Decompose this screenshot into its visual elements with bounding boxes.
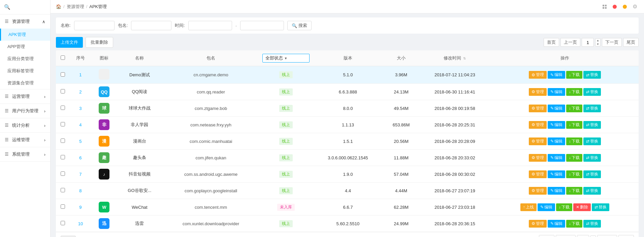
action-download-button[interactable]: ↓下载: [566, 137, 582, 145]
sidebar-item-app-tag[interactable]: 应用标签管理: [0, 65, 50, 77]
action-edit-button[interactable]: ✎编辑: [548, 121, 565, 129]
action-manage-button[interactable]: ⚙管理: [529, 105, 547, 112]
sidebar-item-app-category[interactable]: 应用分类管理: [0, 53, 50, 65]
sidebar-search[interactable]: 🔍: [0, 0, 50, 14]
row-checkbox[interactable]: [61, 122, 65, 126]
page-number-input-top[interactable]: [582, 38, 594, 47]
th-status[interactable]: 全部状态 ▼: [260, 50, 312, 66]
action-edit-button[interactable]: ✎编辑: [548, 187, 565, 195]
name-input[interactable]: [74, 21, 115, 30]
action-download-button[interactable]: ↓下载: [566, 105, 582, 112]
sort-icon[interactable]: ⇅: [463, 56, 466, 60]
action-online-button[interactable]: ↑上线: [520, 203, 537, 211]
sidebar-group-stats-title[interactable]: ☰ 统计分析 ›: [0, 118, 50, 132]
action-manage-button[interactable]: ⚙管理: [529, 71, 547, 79]
action-manage-button[interactable]: ⚙管理: [529, 121, 547, 129]
action-download-button[interactable]: ↓下载: [556, 203, 572, 211]
action-manage-button[interactable]: ⚙管理: [529, 88, 547, 96]
page-number-input-bottom[interactable]: [577, 235, 589, 237]
action-replace-button[interactable]: ⇄替换: [583, 71, 601, 79]
upload-button[interactable]: 上传文件: [56, 37, 83, 48]
action-replace-button[interactable]: ⇄替换: [583, 121, 601, 129]
row-icon: G: [92, 183, 117, 199]
action-edit-button[interactable]: ✎编辑: [548, 154, 565, 162]
sidebar-item-resource-set[interactable]: 资源集合管理: [0, 77, 50, 89]
action-manage-button[interactable]: ⚙管理: [529, 137, 547, 145]
action-replace-button[interactable]: ⇄替换: [583, 170, 601, 178]
action-download-button[interactable]: ↓下载: [566, 71, 582, 79]
row-checkbox[interactable]: [61, 89, 65, 93]
action-replace-button[interactable]: ⇄替换: [583, 187, 601, 195]
action-edit-button[interactable]: ✎编辑: [548, 88, 565, 96]
row-index: 5: [69, 133, 92, 150]
action-edit-button[interactable]: ✎编辑: [548, 71, 565, 79]
action-manage-button[interactable]: ⚙管理: [529, 187, 547, 195]
action-replace-button[interactable]: ⇄替换: [583, 137, 601, 145]
grid-icon[interactable]: [601, 3, 608, 10]
action-replace-button[interactable]: ⇄替换: [583, 154, 601, 162]
action-edit-button[interactable]: ✎编辑: [548, 170, 565, 178]
per-page-select[interactable]: 10 20 50: [61, 236, 76, 237]
th-package: 包名: [162, 50, 260, 66]
home-icon[interactable]: 🏠: [56, 4, 61, 9]
prev-page-button-bottom[interactable]: 上一页: [556, 235, 576, 237]
row-status: 线上: [260, 166, 312, 183]
page-up-arrow-top[interactable]: ▲: [595, 39, 600, 42]
action-manage-button[interactable]: ⚙管理: [529, 220, 547, 228]
row-checkbox[interactable]: [61, 188, 65, 192]
action-download-button[interactable]: ↓下载: [566, 154, 582, 162]
sidebar-group-system-title[interactable]: ☰ 系统管理 ›: [0, 147, 50, 161]
time-start-input[interactable]: [188, 21, 232, 30]
first-page-button-top[interactable]: 首页: [544, 38, 559, 47]
search-button[interactable]: 🔍 搜索: [287, 21, 312, 30]
next-page-button-top[interactable]: 下一页: [602, 38, 622, 47]
action-delete-button[interactable]: ✕删除: [573, 203, 591, 211]
action-download-button[interactable]: ↓下载: [566, 170, 582, 178]
row-size: 11.88M: [384, 150, 419, 166]
row-checkbox[interactable]: [61, 155, 65, 159]
row-checkbox[interactable]: [61, 204, 65, 209]
action-edit-button[interactable]: ✎编辑: [538, 203, 555, 211]
search-icon[interactable]: 🔍: [4, 4, 10, 10]
gear-icon[interactable]: ⚙: [631, 3, 639, 10]
action-edit-button[interactable]: ✎编辑: [548, 220, 565, 228]
sidebar-item-apk[interactable]: APK管理: [0, 29, 50, 41]
row-checkbox[interactable]: [61, 171, 65, 176]
action-manage-button[interactable]: ⚙管理: [529, 154, 547, 162]
row-checkbox[interactable]: [61, 221, 65, 225]
row-icon: W: [92, 199, 117, 215]
select-all-checkbox[interactable]: [61, 55, 65, 60]
sidebar-group-resource-title[interactable]: ☰ 资源管理 ∧: [0, 14, 50, 29]
prev-page-button-top[interactable]: 上一页: [560, 38, 580, 47]
first-page-button-bottom[interactable]: 首页: [539, 235, 554, 237]
th-modified[interactable]: 修改时间 ⇅: [419, 50, 491, 66]
package-input[interactable]: [131, 21, 171, 30]
batch-delete-button[interactable]: 批量删除: [86, 37, 113, 48]
page-up-arrow-bottom[interactable]: ▲: [591, 236, 595, 237]
action-replace-button[interactable]: ⇄替换: [583, 220, 601, 228]
action-replace-button[interactable]: ⇄替换: [592, 203, 609, 211]
toolbar: 上传文件 批量删除 首页 上一页 ▲ ▼ 下一页 尾页: [56, 37, 639, 48]
row-checkbox[interactable]: [61, 139, 65, 143]
sidebar-group-ops-title[interactable]: ☰ 运维管理 ›: [0, 133, 50, 147]
action-download-button[interactable]: ↓下载: [566, 121, 582, 129]
row-name: 球球大作战: [117, 100, 162, 117]
sidebar-group-operation-title[interactable]: ☰ 运营管理 ›: [0, 89, 50, 104]
sidebar-group-behavior-title[interactable]: ☰ 用户行为管理 ›: [0, 104, 50, 118]
row-checkbox[interactable]: [61, 106, 65, 110]
row-checkbox[interactable]: [61, 72, 65, 77]
action-replace-button[interactable]: ⇄替换: [583, 105, 601, 112]
time-end-input[interactable]: [240, 21, 284, 30]
page-down-arrow-top[interactable]: ▼: [595, 42, 600, 46]
last-page-button-top[interactable]: 尾页: [623, 38, 639, 47]
action-download-button[interactable]: ↓下载: [566, 187, 582, 195]
action-edit-button[interactable]: ✎编辑: [548, 137, 565, 145]
action-download-button[interactable]: ↓下载: [566, 88, 582, 96]
action-edit-button[interactable]: ✎编辑: [548, 105, 565, 112]
action-download-button[interactable]: ↓下载: [566, 220, 582, 228]
next-page-button-bottom[interactable]: 下一页: [597, 235, 617, 237]
action-manage-button[interactable]: ⚙管理: [529, 170, 547, 178]
action-replace-button[interactable]: ⇄替换: [583, 88, 601, 96]
sidebar-item-app[interactable]: APP管理: [0, 41, 50, 53]
last-page-button-bottom[interactable]: 尾页: [618, 235, 634, 237]
